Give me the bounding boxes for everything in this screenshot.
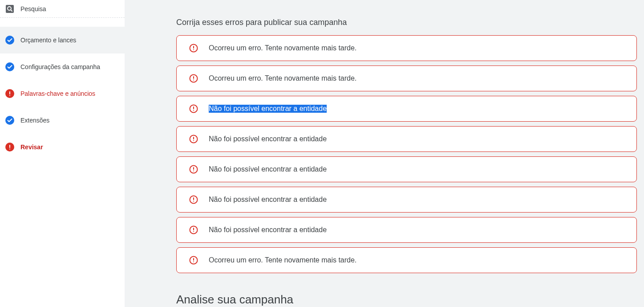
svg-rect-11 — [9, 149, 10, 150]
alert-icon — [189, 195, 198, 204]
svg-rect-31 — [193, 228, 194, 230]
check-icon — [5, 62, 14, 71]
svg-rect-29 — [193, 201, 194, 202]
svg-rect-17 — [193, 80, 194, 81]
svg-point-3 — [5, 36, 14, 45]
check-icon — [5, 36, 14, 45]
errors-section-title: Corrija esses erros para publicar sua ca… — [176, 18, 637, 27]
svg-rect-6 — [9, 91, 10, 94]
error-text: Ocorreu um erro. Tente novamente mais ta… — [209, 256, 356, 264]
sidebar-step-label: Extensões — [20, 117, 49, 124]
alert-icon — [189, 165, 198, 174]
sidebar: Pesquisa Orçamento e lancesConfigurações… — [0, 0, 125, 307]
search-icon — [5, 4, 14, 13]
error-icon — [5, 143, 14, 151]
error-card[interactable]: Não foi possível encontrar a entidade — [176, 187, 637, 213]
svg-point-4 — [5, 62, 14, 71]
svg-rect-28 — [193, 197, 194, 200]
svg-rect-19 — [193, 106, 194, 109]
sidebar-search-label: Pesquisa — [20, 5, 46, 12]
svg-rect-34 — [193, 258, 194, 261]
sidebar-item-palavras-chave-e-anuncios[interactable]: Palavras-chave e anúncios — [0, 80, 125, 107]
svg-point-8 — [5, 116, 14, 125]
review-section: Analise sua campanha Verifique novamente… — [176, 293, 637, 307]
sidebar-step-label: Configurações da campanha — [20, 63, 100, 70]
error-card[interactable]: Não foi possível encontrar a entidade — [176, 156, 637, 182]
error-text: Não foi possível encontrar a entidade — [209, 165, 327, 173]
error-text: Não foi possível encontrar a entidade — [209, 105, 327, 113]
svg-rect-22 — [193, 137, 194, 139]
svg-rect-35 — [193, 262, 194, 262]
error-card[interactable]: Não foi possível encontrar a entidade — [176, 217, 637, 243]
error-text: Não foi possível encontrar a entidade — [209, 226, 327, 234]
sidebar-item-revisar[interactable]: Revisar — [0, 134, 125, 160]
error-text: Ocorreu um erro. Tente novamente mais ta… — [209, 74, 356, 82]
error-text: Ocorreu um erro. Tente novamente mais ta… — [209, 44, 356, 52]
svg-rect-14 — [193, 49, 194, 50]
error-card[interactable]: Ocorreu um erro. Tente novamente mais ta… — [176, 35, 637, 61]
alert-icon — [189, 225, 198, 234]
svg-rect-32 — [193, 231, 194, 232]
svg-rect-7 — [9, 95, 10, 96]
svg-rect-10 — [9, 145, 10, 148]
svg-rect-16 — [193, 76, 194, 79]
svg-rect-13 — [193, 46, 194, 49]
svg-rect-26 — [193, 171, 194, 172]
error-icon — [5, 89, 14, 98]
sidebar-step-label: Orçamento e lances — [20, 37, 76, 44]
sidebar-step-label: Palavras-chave e anúncios — [20, 90, 95, 97]
error-card[interactable]: Ocorreu um erro. Tente novamente mais ta… — [176, 247, 637, 273]
sidebar-item-configuracoes-da-campanha[interactable]: Configurações da campanha — [0, 53, 125, 80]
svg-rect-0 — [6, 5, 14, 13]
check-icon — [5, 116, 14, 125]
error-text: Não foi possível encontrar a entidade — [209, 135, 327, 143]
error-card[interactable]: Não foi possível encontrar a entidade — [176, 126, 637, 152]
alert-icon — [189, 135, 198, 143]
sidebar-steps-group: Orçamento e lancesConfigurações da campa… — [0, 18, 125, 160]
sidebar-step-label: Revisar — [20, 143, 43, 151]
sidebar-item-search[interactable]: Pesquisa — [0, 0, 125, 18]
svg-rect-20 — [193, 110, 194, 111]
sidebar-item-orcamento-e-lances[interactable]: Orçamento e lances — [0, 27, 125, 53]
svg-rect-23 — [193, 140, 194, 141]
alert-icon — [189, 256, 198, 265]
main-content: Corrija esses erros para publicar sua ca… — [125, 0, 644, 307]
svg-rect-25 — [193, 167, 194, 170]
review-title: Analise sua campanha — [176, 293, 637, 307]
error-text: Não foi possível encontrar a entidade — [209, 196, 327, 204]
error-card[interactable]: Não foi possível encontrar a entidade — [176, 96, 637, 122]
alert-icon — [189, 44, 198, 53]
alert-icon — [189, 104, 198, 113]
alert-icon — [189, 74, 198, 83]
sidebar-item-extensoes[interactable]: Extensões — [0, 107, 125, 134]
error-card[interactable]: Ocorreu um erro. Tente novamente mais ta… — [176, 65, 637, 91]
